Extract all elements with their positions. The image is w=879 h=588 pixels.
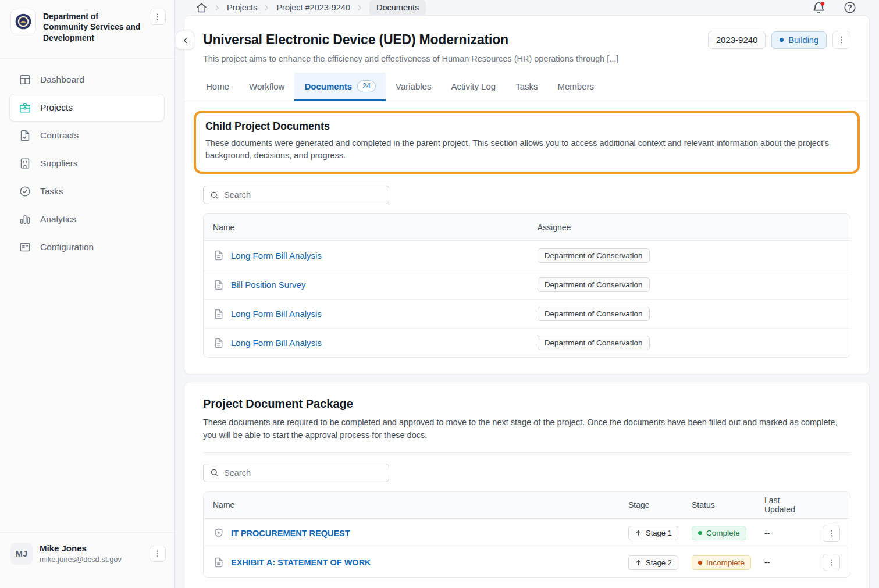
table-row: Bill Position Survey Department of Conse… [204, 270, 850, 299]
document-link[interactable]: IT PROCUREMENT REQUEST [231, 529, 350, 538]
kebab-icon [153, 549, 162, 558]
collapse-panel-button[interactable] [176, 31, 194, 49]
table-row: Long Form Bill Analysis Department of Co… [204, 241, 850, 270]
org-menu-button[interactable] [150, 9, 166, 25]
tab-label: Home [206, 81, 229, 91]
sidebar-item-configuration[interactable]: Configuration [9, 233, 165, 261]
column-header-status: Status [682, 500, 755, 509]
status-dot [698, 561, 702, 565]
check-circle-icon [19, 185, 31, 198]
file-icon [213, 557, 225, 568]
briefcase-icon [19, 101, 31, 114]
package-search [203, 464, 389, 482]
arrow-up-icon [635, 559, 642, 566]
home-icon[interactable] [195, 2, 208, 14]
tab-home[interactable]: Home [196, 73, 239, 101]
row-menu-button[interactable] [823, 554, 840, 571]
tab-tasks[interactable]: Tasks [506, 73, 547, 101]
status-badge-building: Building [771, 31, 827, 49]
kebab-icon [827, 529, 836, 538]
avatar: MJ [10, 543, 33, 565]
row-menu-button[interactable] [823, 525, 840, 542]
tab-workflow[interactable]: Workflow [239, 73, 294, 101]
tab-label: Activity Log [451, 81, 496, 91]
child-docs-title: Child Project Documents [205, 120, 848, 133]
package-table-body: IT PROCUREMENT REQUEST Stage 1 Complete … [204, 519, 850, 577]
user-panel: MJ Mike Jones mike.jones@dcsd.st.gov [0, 532, 174, 588]
highlight-annotation-box: Child Project Documents These documents … [194, 111, 860, 174]
project-id-badge: 2023-9240 [708, 31, 766, 49]
package-table: Name Stage Status Last Updated IT PROCUR… [203, 491, 850, 578]
stage-label: Stage 2 [646, 558, 672, 567]
documents-count-badge: 24 [357, 80, 376, 92]
document-link[interactable]: Long Form Bill Analysis [231, 251, 322, 261]
sidebar-item-contracts[interactable]: Contracts [9, 122, 165, 149]
arrow-up-icon [635, 529, 642, 537]
stage-badge: Stage 1 [628, 526, 678, 540]
project-menu-button[interactable] [832, 31, 850, 49]
document-link[interactable]: Long Form Bill Analysis [231, 338, 322, 348]
column-header-assignee: Assignee [528, 223, 850, 232]
last-updated-value: -- [764, 558, 770, 567]
tab-documents[interactable]: Documents 24 [294, 73, 386, 101]
tab-members[interactable]: Members [547, 73, 604, 101]
stage-badge: Stage 2 [628, 555, 678, 570]
sidebar-item-label: Projects [40, 102, 73, 113]
table-row: EXHIBIT A: STATEMENT OF WORK Stage 2 Inc… [204, 548, 850, 577]
user-menu-button[interactable] [150, 546, 166, 562]
notifications-bell-icon[interactable] [812, 1, 826, 15]
sidebar-item-label: Configuration [40, 242, 94, 252]
last-updated-value: -- [764, 529, 770, 538]
tab-activity-log[interactable]: Activity Log [441, 73, 506, 101]
sidebar-item-tasks[interactable]: Tasks [9, 177, 165, 205]
tab-variables[interactable]: Variables [386, 73, 441, 101]
breadcrumb-projects[interactable]: Projects [227, 3, 257, 12]
document-link[interactable]: Bill Position Survey [231, 280, 305, 290]
project-card: Universal Electronic Device (UED) Modern… [184, 15, 870, 375]
sidebar: Department of Community Services and Dev… [0, 0, 175, 588]
status-badge: Complete [692, 526, 746, 540]
search-input[interactable] [224, 468, 383, 477]
status-dot [698, 531, 702, 535]
chevron-right-icon [355, 3, 364, 12]
sidebar-item-dashboard[interactable]: Dashboard [9, 66, 165, 94]
tab-label: Variables [396, 81, 431, 91]
child-docs-description: These documents were generated and compl… [205, 137, 848, 162]
child-docs-table: Name Assignee Long Form Bill Analysis De… [203, 213, 850, 358]
status-label: Complete [706, 529, 740, 537]
org-name: Department of Community Services and Dev… [43, 9, 143, 43]
breadcrumb-project-id[interactable]: Project #2023-9240 [276, 3, 350, 12]
tab-label: Tasks [515, 81, 538, 91]
tab-label: Documents [304, 81, 352, 91]
status-badge: Incomplete [692, 555, 751, 570]
contract-icon [19, 129, 31, 142]
sidebar-item-analytics[interactable]: Analytics [9, 205, 165, 233]
table-row: IT PROCUREMENT REQUEST Stage 1 Complete … [204, 519, 850, 548]
user-meta: Mike Jones mike.jones@dcsd.st.gov [40, 543, 143, 565]
search-input[interactable] [224, 190, 383, 199]
configuration-icon [19, 241, 31, 254]
sidebar-item-label: Contracts [40, 130, 79, 141]
sidebar-item-label: Dashboard [40, 74, 84, 85]
tab-label: Members [557, 81, 594, 91]
chevron-right-icon [262, 3, 271, 12]
table-header: Name Stage Status Last Updated [204, 492, 850, 519]
document-link[interactable]: Long Form Bill Analysis [231, 309, 322, 319]
kebab-icon [153, 12, 162, 22]
user-email: mike.jones@dcsd.st.gov [40, 555, 143, 564]
status-dot [780, 38, 784, 42]
topbar-actions [812, 1, 857, 15]
document-link[interactable]: EXHIBIT A: STATEMENT OF WORK [231, 558, 371, 567]
search-icon [209, 468, 219, 477]
help-icon[interactable] [843, 1, 857, 15]
kebab-icon [827, 558, 836, 567]
sidebar-item-suppliers[interactable]: Suppliers [9, 149, 165, 177]
assignee-badge: Department of Conservation [538, 277, 650, 292]
sidebar-item-projects[interactable]: Projects [9, 94, 165, 122]
project-subtitle: This project aims to enhance the efficie… [203, 54, 850, 63]
kebab-icon [837, 35, 846, 45]
breadcrumb-current: Documents [369, 0, 426, 15]
topbar: Projects Project #2023-9240 Documents [175, 0, 879, 15]
shield-star-icon [213, 528, 225, 539]
tab-bar: Home Workflow Documents 24 Variables Act… [184, 73, 869, 101]
